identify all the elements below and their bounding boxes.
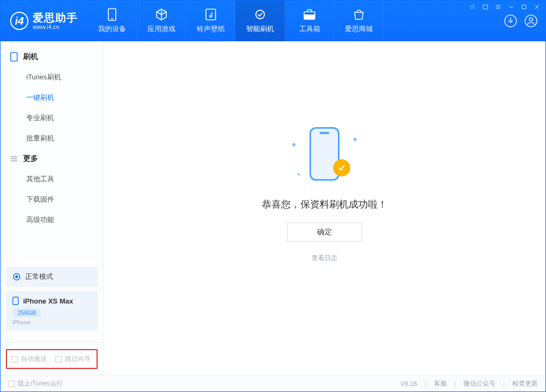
checkbox-skip-guide[interactable]: 跳过向导 (55, 354, 91, 364)
logo: i4 爱思助手 www.i4.cn (1, 1, 87, 41)
device-mode-label: 正常模式 (25, 272, 53, 282)
checkbox-auto-activate[interactable]: 自动激活 (11, 354, 47, 364)
mode-icon (12, 272, 21, 281)
flash-icon (254, 8, 267, 21)
maximize-icon[interactable] (521, 4, 527, 10)
minimize-icon[interactable] (508, 4, 514, 10)
body: 刷机 iTunes刷机 一键刷机 专业刷机 批量刷机 更多 其他工具 下载固件 … (1, 41, 545, 375)
app-title: 爱思助手 (33, 12, 78, 24)
device-icon (107, 8, 117, 21)
close-icon[interactable] (534, 4, 540, 10)
tab-apps[interactable]: 应用游戏 (137, 1, 186, 41)
sidebar: 刷机 iTunes刷机 一键刷机 专业刷机 批量刷机 更多 其他工具 下载固件 … (1, 41, 104, 375)
apps-icon (155, 8, 168, 21)
sidebar-item-other-tools[interactable]: 其他工具 (1, 169, 103, 189)
tab-flash[interactable]: 智能刷机 (235, 1, 285, 41)
version-label: V8.16 (400, 380, 417, 388)
view-log-link[interactable]: 查看日志 (312, 254, 337, 263)
device-name: iPhone XS Max (23, 297, 73, 305)
svg-rect-10 (206, 9, 216, 20)
sidebar-item-itunes-flash[interactable]: iTunes刷机 (1, 67, 103, 87)
check-update-link[interactable]: 检查更新 (512, 379, 538, 388)
window-buttons (469, 4, 540, 10)
checkbox-icon (8, 381, 14, 387)
checkbox-block-itunes[interactable]: 阻止iTunes运行 (8, 379, 63, 388)
sidebar-section-more: 更多 (1, 149, 103, 169)
check-badge-icon (333, 159, 350, 176)
device-info-box[interactable]: iPhone XS Max 256GB iPhone (6, 291, 98, 331)
svg-rect-0 (483, 5, 488, 9)
app-window: i4 爱思助手 www.i4.cn 我的设备 应用游戏 铃声壁纸 智能刷机 工具… (0, 0, 546, 392)
logo-icon: i4 (10, 12, 28, 30)
tab-store[interactable]: 爱思商城 (334, 1, 383, 41)
tab-my-device[interactable]: 我的设备 (87, 1, 137, 41)
success-area: 恭喜您，保资料刷机成功啦！ 确定 查看日志 (262, 122, 387, 263)
sidebar-section-flash: 刷机 (1, 47, 103, 67)
sidebar-item-download-firmware[interactable]: 下载固件 (1, 189, 103, 210)
header: i4 爱思助手 www.i4.cn 我的设备 应用游戏 铃声壁纸 智能刷机 工具… (1, 1, 545, 41)
feedback-icon[interactable] (469, 4, 476, 10)
skin-icon[interactable] (482, 4, 489, 10)
main-panel: 恭喜您，保资料刷机成功啦！ 确定 查看日志 (104, 41, 545, 375)
checkbox-icon (11, 356, 18, 363)
svg-point-17 (529, 18, 533, 21)
svg-rect-24 (13, 297, 18, 305)
tab-toolbox[interactable]: 工具箱 (285, 1, 334, 41)
support-link[interactable]: 客服 (434, 379, 447, 388)
checkbox-icon (55, 356, 62, 363)
sidebar-item-pro-flash[interactable]: 专业刷机 (1, 108, 103, 128)
wechat-link[interactable]: 微信公众号 (463, 379, 496, 388)
sidebar-item-batch-flash[interactable]: 批量刷机 (1, 128, 103, 149)
svg-point-23 (16, 276, 18, 278)
toolbox-icon (303, 8, 316, 21)
device-type: iPhone (12, 319, 91, 326)
bottom-options-highlight: 自动激活 跳过向导 (6, 349, 98, 369)
svg-rect-18 (11, 53, 17, 61)
ok-button[interactable]: 确定 (287, 223, 362, 242)
success-message: 恭喜您，保资料刷机成功啦！ (262, 198, 387, 211)
phone-icon (10, 52, 18, 62)
sidebar-item-advanced[interactable]: 高级功能 (1, 210, 103, 230)
menu-icon[interactable] (495, 4, 501, 10)
status-bar: 阻止iTunes运行 V8.16 | 客服 | 微信公众号 | 检查更新 (1, 375, 545, 391)
sidebar-item-oneclick-flash[interactable]: 一键刷机 (1, 87, 103, 108)
device-capacity: 256GB (12, 308, 41, 317)
music-icon (205, 8, 217, 21)
top-tabs: 我的设备 应用游戏 铃声壁纸 智能刷机 工具箱 爱思商城 (87, 1, 383, 41)
tab-ringtones[interactable]: 铃声壁纸 (186, 1, 235, 41)
app-url: www.i4.cn (33, 24, 78, 30)
store-icon (352, 8, 365, 21)
phone-small-icon (12, 297, 19, 305)
device-mode-box[interactable]: 正常模式 (6, 267, 98, 287)
svg-rect-5 (522, 5, 526, 9)
success-illustration (292, 122, 357, 186)
list-icon (10, 155, 18, 162)
